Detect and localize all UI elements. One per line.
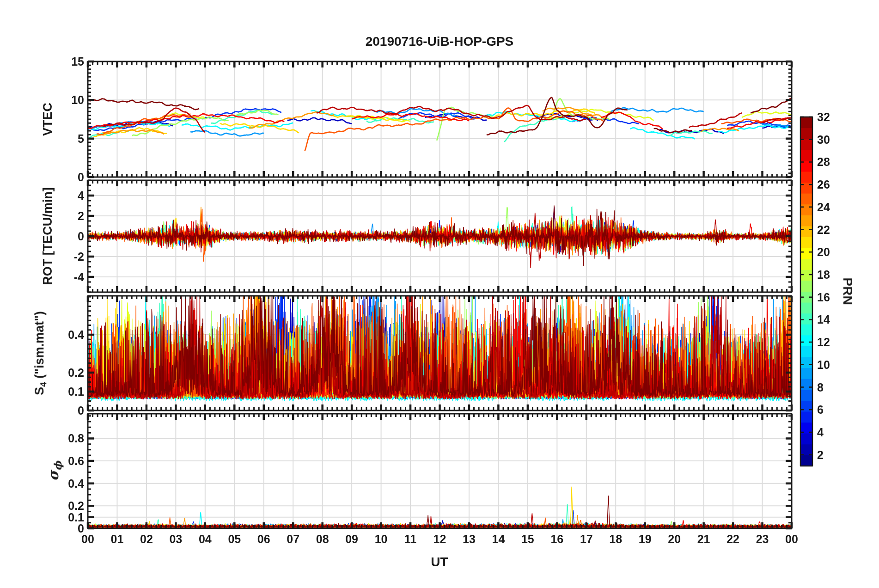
y-tick-label-s4: 0.1 bbox=[0, 385, 84, 398]
x-tick-label: 16 bbox=[550, 533, 563, 546]
x-tick-label: 03 bbox=[169, 533, 182, 546]
colorbar-tick-label: 8 bbox=[817, 380, 824, 394]
x-tick-label: 18 bbox=[609, 533, 622, 546]
colorbar-tick-label: 6 bbox=[817, 403, 824, 416]
x-tick-label: 02 bbox=[140, 533, 153, 546]
y-axis-label-vtec: VTEC bbox=[41, 103, 55, 136]
colorbar-tick-label: 32 bbox=[817, 110, 830, 124]
y-tick-label-vtec: 15 bbox=[0, 55, 84, 68]
x-tick-label: 06 bbox=[257, 533, 270, 546]
y-tick-label-rot: 4 bbox=[0, 189, 84, 202]
x-tick-label: 14 bbox=[492, 533, 505, 546]
colorbar-tick-label: 2 bbox=[817, 448, 824, 461]
x-tick-label: 15 bbox=[521, 533, 534, 546]
y-tick-label-sigma: 0.4 bbox=[0, 477, 84, 490]
y-tick-label-rot: -2 bbox=[0, 250, 84, 263]
x-tick-label: 05 bbox=[228, 533, 241, 546]
x-tick-label: 22 bbox=[726, 533, 739, 546]
colorbar-tick-label: 10 bbox=[817, 358, 830, 371]
x-tick-label: 09 bbox=[345, 533, 358, 546]
x-tick-label: 23 bbox=[756, 533, 769, 546]
x-tick-label: 12 bbox=[433, 533, 446, 546]
chart-title: 20190716-UiB-HOP-GPS bbox=[366, 34, 514, 49]
x-tick-label: 00 bbox=[785, 533, 798, 546]
colorbar-tick-label: 22 bbox=[817, 223, 830, 236]
colorbar-tick-label: 20 bbox=[817, 245, 830, 259]
y-tick-label-s4: 0.4 bbox=[0, 328, 84, 342]
x-tick-label: 19 bbox=[639, 533, 652, 546]
colorbar-tick-label: 14 bbox=[817, 313, 830, 326]
chart-canvas bbox=[0, 0, 879, 588]
y-tick-label-vtec: 0 bbox=[0, 171, 84, 184]
x-tick-label: 10 bbox=[375, 533, 388, 546]
colorbar-tick-label: 30 bbox=[817, 133, 830, 146]
figure: 20190716-UiB-HOP-GPS UT VTEC ROT [TECU/m… bbox=[0, 0, 879, 588]
x-tick-label: 08 bbox=[316, 533, 329, 546]
colorbar-tick-label: 24 bbox=[817, 200, 830, 214]
x-tick-label: 04 bbox=[199, 533, 212, 546]
y-tick-label-rot: -4 bbox=[0, 270, 84, 284]
colorbar-tick-label: 26 bbox=[817, 178, 830, 191]
y-tick-label-sigma: 0.8 bbox=[0, 432, 84, 445]
colorbar-tick-label: 16 bbox=[817, 290, 830, 304]
y-tick-label-s4: 0 bbox=[0, 404, 84, 417]
x-tick-label: 07 bbox=[287, 533, 299, 546]
colorbar-tick-label: 28 bbox=[817, 155, 830, 169]
y-tick-label-rot: 2 bbox=[0, 209, 84, 223]
colorbar-tick-label: 4 bbox=[817, 425, 824, 439]
colorbar-tick-label: 18 bbox=[817, 268, 830, 281]
y-tick-label-vtec: 5 bbox=[0, 132, 84, 145]
x-tick-label: 01 bbox=[111, 533, 124, 546]
x-tick-label: 13 bbox=[463, 533, 476, 546]
y-axis-label-s4: S4 ("ism.mat") bbox=[32, 311, 49, 395]
colorbar-label: PRN bbox=[840, 277, 855, 305]
x-tick-label: 21 bbox=[697, 533, 710, 546]
x-tick-label: 17 bbox=[580, 533, 593, 546]
x-axis-label: UT bbox=[431, 555, 448, 570]
y-tick-label-sigma: 0.2 bbox=[0, 499, 84, 513]
colorbar-tick-label: 12 bbox=[817, 336, 830, 349]
y-tick-label-sigma: 0.6 bbox=[0, 454, 84, 468]
x-tick-label: 11 bbox=[404, 533, 416, 546]
y-tick-label-rot: 0 bbox=[0, 230, 84, 243]
y-tick-label-vtec: 10 bbox=[0, 93, 84, 107]
y-tick-label-s4: 0.2 bbox=[0, 366, 84, 380]
x-tick-label: 20 bbox=[668, 533, 681, 546]
